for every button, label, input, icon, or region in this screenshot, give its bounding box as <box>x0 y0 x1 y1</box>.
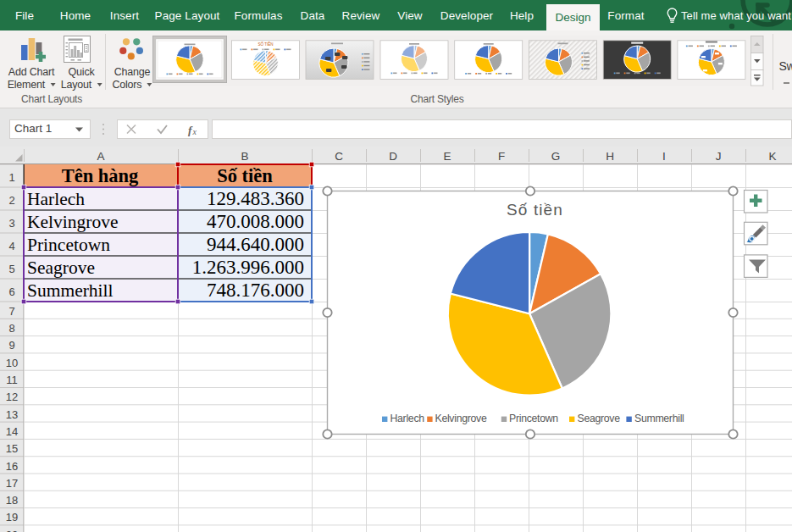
svg-text:D: D <box>389 150 397 163</box>
svg-text:Tên hàng: Tên hàng <box>62 165 139 186</box>
svg-text:18: 18 <box>6 494 18 507</box>
svg-text:Kelvingrove: Kelvingrove <box>27 212 118 232</box>
svg-text:19: 19 <box>6 511 18 524</box>
svg-text:2: 2 <box>8 194 14 207</box>
svg-text:Summerhill: Summerhill <box>27 280 114 301</box>
svg-text:Summerhill: Summerhill <box>634 413 684 424</box>
svg-text:17: 17 <box>6 477 18 490</box>
svg-text:E: E <box>443 150 451 163</box>
svg-text:11: 11 <box>6 374 18 386</box>
svg-text:J: J <box>716 150 722 163</box>
svg-text:G: G <box>551 150 561 163</box>
svg-text:A: A <box>97 150 104 163</box>
svg-text:Số tiền: Số tiền <box>507 201 563 219</box>
svg-text:6: 6 <box>8 285 14 298</box>
svg-text:C: C <box>335 150 343 163</box>
svg-text:F: F <box>498 150 505 163</box>
svg-text:748.176.000: 748.176.000 <box>207 280 304 301</box>
svg-text:Harlech: Harlech <box>390 413 425 424</box>
svg-text:129.483.360: 129.483.360 <box>207 188 304 209</box>
svg-text:15: 15 <box>6 442 18 455</box>
svg-text:14: 14 <box>6 425 18 438</box>
svg-text:5: 5 <box>8 263 14 275</box>
svg-text:B: B <box>241 150 248 163</box>
svg-text:470.008.000: 470.008.000 <box>207 211 304 232</box>
svg-text:12: 12 <box>6 391 18 403</box>
svg-text:944.640.000: 944.640.000 <box>207 234 304 255</box>
svg-text:3: 3 <box>8 217 14 230</box>
svg-text:SỐ TIỀN: SỐ TIỀN <box>258 42 274 47</box>
svg-text:4: 4 <box>8 240 14 252</box>
svg-text:13: 13 <box>6 408 18 421</box>
svg-text:I: I <box>662 150 666 163</box>
svg-text:20: 20 <box>6 529 18 532</box>
svg-text:Princetown: Princetown <box>509 413 558 424</box>
svg-text:Princetown: Princetown <box>27 235 110 255</box>
svg-text:1.263.996.000: 1.263.996.000 <box>192 257 304 278</box>
svg-text:1: 1 <box>8 171 14 184</box>
svg-text:Kelvingrove: Kelvingrove <box>435 413 487 424</box>
svg-text:9: 9 <box>8 339 14 352</box>
svg-text:x: x <box>192 127 197 136</box>
svg-text:10: 10 <box>6 357 18 369</box>
svg-text:Harlech: Harlech <box>27 189 85 209</box>
svg-text:16: 16 <box>6 460 18 473</box>
svg-text:Seagrove: Seagrove <box>27 258 95 278</box>
svg-text:H: H <box>606 150 614 163</box>
svg-text:Seagrove: Seagrove <box>578 413 621 424</box>
svg-text:7: 7 <box>8 305 14 318</box>
svg-text:Số tiền: Số tiền <box>217 165 273 186</box>
svg-text:8: 8 <box>8 322 14 335</box>
svg-text:K: K <box>768 150 776 163</box>
